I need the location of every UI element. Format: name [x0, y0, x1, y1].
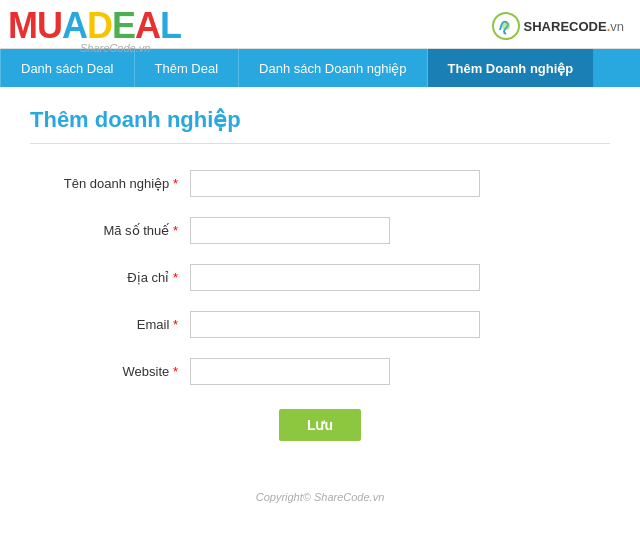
logo-letter-a2: A: [135, 5, 160, 46]
logo-letter-e: E: [112, 5, 135, 46]
label-email: Email *: [30, 317, 190, 332]
required-star-4: *: [173, 364, 178, 379]
input-email[interactable]: [190, 311, 480, 338]
page-title: Thêm doanh nghiệp: [30, 107, 610, 144]
sharecode-text: SHARECODE.vn: [524, 19, 624, 34]
logo: MUADEAL ShareCode.vn: [8, 8, 181, 44]
sharecode-icon: [492, 12, 520, 40]
logo-letter-a: A: [62, 5, 87, 46]
field-dia-chi: Địa chỉ *: [30, 264, 610, 291]
required-star-2: *: [173, 270, 178, 285]
logo-letter-m: M: [8, 5, 37, 46]
field-ma-so-thue: Mã số thuế *: [30, 217, 610, 244]
logo-watermark: ShareCode.vn: [80, 42, 150, 54]
label-website: Website *: [30, 364, 190, 379]
main-content: Thêm doanh nghiệp Tên doanh nghiệp * Mã …: [0, 87, 640, 481]
footer-watermark: Copyright© ShareCode.vn: [0, 491, 640, 503]
required-star-3: *: [173, 317, 178, 332]
sharecode-logo: SHARECODE.vn: [492, 12, 624, 40]
field-email: Email *: [30, 311, 610, 338]
logo-letter-l: L: [160, 5, 181, 46]
label-ma-so-thue: Mã số thuế *: [30, 223, 190, 238]
navigation: Danh sách Deal Thêm Deal Danh sách Doanh…: [0, 49, 640, 87]
nav-item-danh-sach-deal[interactable]: Danh sách Deal: [0, 49, 135, 87]
svg-point-1: [502, 22, 510, 30]
nav-item-them-doanh-nghiep[interactable]: Thêm Doanh nghiệp: [428, 49, 595, 87]
required-star-0: *: [173, 176, 178, 191]
nav-item-danh-sach-doanh-nghiep[interactable]: Danh sách Doanh nghiệp: [239, 49, 428, 87]
header: MUADEAL ShareCode.vn SHARECODE.vn: [0, 0, 640, 49]
input-ten-doanh-nghiep[interactable]: [190, 170, 480, 197]
input-ma-so-thue[interactable]: [190, 217, 390, 244]
logo-letter-u: U: [37, 5, 62, 46]
submit-row: Lưu: [30, 409, 610, 441]
required-star-1: *: [173, 223, 178, 238]
logo-letter-d: D: [87, 5, 112, 46]
add-company-form: Tên doanh nghiệp * Mã số thuế * Địa chỉ …: [30, 160, 610, 451]
label-dia-chi: Địa chỉ *: [30, 270, 190, 285]
submit-button[interactable]: Lưu: [279, 409, 361, 441]
input-website[interactable]: [190, 358, 390, 385]
input-dia-chi[interactable]: [190, 264, 480, 291]
nav-item-them-deal[interactable]: Thêm Deal: [135, 49, 240, 87]
field-ten-doanh-nghiep: Tên doanh nghiệp *: [30, 170, 610, 197]
field-website: Website *: [30, 358, 610, 385]
label-ten-doanh-nghiep: Tên doanh nghiệp *: [30, 176, 190, 191]
